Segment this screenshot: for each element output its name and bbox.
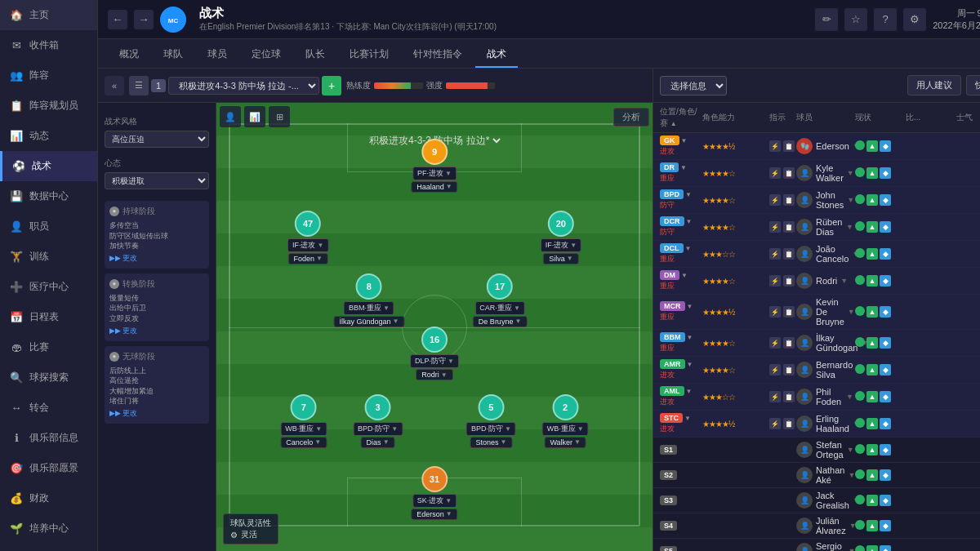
field-player-icon-btn[interactable]: 👤 xyxy=(220,106,241,127)
tab-manager[interactable]: 队长 xyxy=(294,42,336,68)
table-row[interactable]: AML ▼ 进攻 ★★★☆☆ ⚡ 📋 👤 Phil Foden ▼ ▲ ◆ - xyxy=(653,384,980,411)
table-row[interactable]: DCL ▼ 重应 ★★★☆☆ ⚡ 📋 👤 João Cancelo ▼ ▲ ◆ … xyxy=(653,241,980,268)
table-row[interactable]: DM ▼ 重应 ★★★★☆ ⚡ 📋 👤 Rodri ▼ ▲ ◆ - xyxy=(653,268,980,295)
player-circle-dias[interactable]: 3 xyxy=(365,394,391,420)
table-row[interactable]: BPD ▼ 防守 ★★★★☆ ⚡ 📋 👤 John Stones ▼ ▲ ◆ - xyxy=(653,187,980,214)
sidebar-item-squad[interactable]: 👥 阵容 xyxy=(0,60,97,91)
sidebar-item-medical[interactable]: ➕ 医疗中心 xyxy=(0,272,97,302)
player-circle-foden[interactable]: 47 xyxy=(295,211,321,237)
tab-instructions[interactable]: 针对性指令 xyxy=(402,42,474,68)
edit-button[interactable]: ✏ xyxy=(815,8,838,31)
player-dropdown[interactable]: ▼ xyxy=(847,196,854,204)
back-button[interactable]: ← xyxy=(108,10,127,29)
table-row[interactable]: S3 👤 Jack Grealish ▼ ▲ ◆ - xyxy=(653,488,980,513)
style-select[interactable]: 高位压迫 xyxy=(105,131,209,148)
sidebar-item-finance[interactable]: 💰 财政 xyxy=(0,483,97,513)
player-circle-stones[interactable]: 5 xyxy=(478,394,504,420)
forward-button[interactable]: → xyxy=(134,10,154,29)
player-role-stones[interactable]: BPD·防守 ▼ xyxy=(466,422,516,436)
sidebar-item-dynamics[interactable]: 📊 动态 xyxy=(0,121,97,151)
sidebar-item-match[interactable]: 🏟 比赛 xyxy=(0,332,97,362)
sidebar-item-training[interactable]: 🏋 训练 xyxy=(0,242,97,272)
tab-setpieces[interactable]: 定位球 xyxy=(240,42,292,68)
field-bar-icon-btn[interactable]: 📊 xyxy=(244,106,265,127)
header-instructions[interactable]: 指示 xyxy=(769,112,795,123)
sidebar-item-development[interactable]: 🌱 培养中心 xyxy=(0,513,97,544)
info-select[interactable]: 选择信息 xyxy=(660,76,727,96)
tactics-icon-tab-list[interactable]: ☰ xyxy=(129,76,149,96)
player-circle-debruyne[interactable]: 17 xyxy=(487,273,513,300)
player-name-rodri[interactable]: Rodri ▼ xyxy=(416,369,452,380)
table-row[interactable]: AMR ▼ 进攻 ★★★★☆ ⚡ 📋 👤 Bernardo Silva ▼ ▲ … xyxy=(653,357,980,384)
table-row[interactable]: GK ▼ 进攻 ★★★★½ ⚡ 📋 🧤 Ederson ▼ ▲ ◆ - xyxy=(653,133,980,160)
sidebar-item-schedule[interactable]: 📅 日程表 xyxy=(0,302,97,332)
settings-button[interactable]: ⚙ xyxy=(903,8,926,31)
field-analysis-button[interactable]: 分析 xyxy=(613,108,649,127)
header-morale[interactable]: 士气 xyxy=(956,112,980,123)
player-name-stones[interactable]: Stones ▼ xyxy=(470,437,512,448)
table-row[interactable]: DCR ▼ 防守 ★★★★☆ ⚡ 📋 👤 Rüben Dias ▼ ▲ ◆ - xyxy=(653,214,980,241)
tab-overview[interactable]: 概况 xyxy=(108,42,150,68)
sidebar-item-data-hub[interactable]: 💾 数据中心 xyxy=(0,181,97,211)
player-dropdown[interactable]: ▼ xyxy=(840,277,848,285)
player-dropdown[interactable]: ▼ xyxy=(847,446,854,454)
in-transition-change[interactable]: ▶▶ 更改 xyxy=(109,326,204,336)
player-role-walker[interactable]: WB·重应 ▼ xyxy=(542,422,589,436)
tab-players[interactable]: 球员 xyxy=(196,42,238,68)
player-name-foden[interactable]: Foden ▼ xyxy=(287,253,327,264)
player-dropdown[interactable]: ▼ xyxy=(847,169,854,177)
player-name-silva[interactable]: Silva ▼ xyxy=(543,253,578,264)
player-dropdown[interactable]: ▼ xyxy=(846,223,853,231)
tab-team[interactable]: 球队 xyxy=(152,42,194,68)
header-pos[interactable]: 位置/角色/赛 ▲ xyxy=(660,106,701,129)
sidebar-item-staff[interactable]: 👤 职员 xyxy=(0,211,97,242)
player-name-haaland[interactable]: Haaland ▼ xyxy=(411,181,457,193)
player-name-gundogan[interactable]: İlkay Gündogan ▼ xyxy=(333,316,404,327)
tab-tactics[interactable]: 战术 xyxy=(475,42,518,68)
player-dropdown[interactable]: ▼ xyxy=(848,308,855,316)
table-row[interactable]: S1 👤 Stefan Ortega ▼ ▲ ◆ - xyxy=(653,438,980,463)
player-circle-walker[interactable]: 2 xyxy=(552,394,578,420)
tactics-name-select[interactable]: 积极进攻4-3-3 防中场 拉边 -... xyxy=(168,77,319,95)
player-circle-gundogan[interactable]: 8 xyxy=(356,273,382,300)
sidebar-item-squad-planner[interactable]: 📋 阵容规划员 xyxy=(0,91,97,121)
player-circle-ederson[interactable]: 31 xyxy=(421,466,448,492)
table-row[interactable]: S4 👤 Julián Álvarez ▼ ▲ ◆ - xyxy=(653,513,980,539)
table-row[interactable]: BBM ▼ 重应 ★★★★☆ ⚡ 📋 👤 İlkay Gündogan ▼ ▲ … xyxy=(653,330,980,357)
sidebar-item-home[interactable]: 🏠 主页 xyxy=(0,0,97,30)
sidebar-item-inbox[interactable]: ✉ 收件箱 xyxy=(0,30,97,60)
header-ability[interactable]: 角色能力 xyxy=(702,112,768,123)
table-row[interactable]: S5 👤 Sergio Gómez ▼ ▲ ◆ - xyxy=(653,539,980,551)
header-compare[interactable]: 比... xyxy=(906,112,955,123)
field-grid-icon-btn[interactable]: ⊞ xyxy=(269,106,290,127)
out-of-possession-change[interactable]: ▶▶ 更改 xyxy=(109,408,204,419)
player-role-haaland[interactable]: PF·进攻 ▼ xyxy=(412,167,457,180)
player-circle-rodri[interactable]: 16 xyxy=(421,327,448,353)
player-role-gundogan[interactable]: BBM·重应 ▼ xyxy=(344,301,394,315)
player-role-ederson[interactable]: SK·进攻 ▼ xyxy=(412,494,457,508)
tactics-add-button[interactable]: + xyxy=(322,76,341,96)
player-circle-haaland[interactable]: 9 xyxy=(421,139,448,165)
sidebar-item-scout[interactable]: 🔍 球探搜索 xyxy=(0,362,97,393)
table-row[interactable]: STC ▼ 进攻 ★★★★½ ⚡ 📋 👤 Erling Haaland ▼ ▲ … xyxy=(653,411,980,438)
sidebar-item-tactics[interactable]: ⚽ 战术 xyxy=(0,151,97,181)
player-name-cancelo[interactable]: Cancelo ▼ xyxy=(280,437,327,448)
suggest-button[interactable]: 用人建议 xyxy=(907,75,961,96)
player-role-foden[interactable]: IF·进攻 ▼ xyxy=(287,238,328,252)
player-role-cancelo[interactable]: WB·重应 ▼ xyxy=(280,422,327,436)
player-role-dias[interactable]: BPD·防守 ▼ xyxy=(353,422,403,436)
quick-pick-button[interactable]: 快速挑选 xyxy=(966,75,980,96)
help-button[interactable]: ? xyxy=(874,8,897,31)
player-role-silva[interactable]: IF·进攻 ▼ xyxy=(541,238,581,252)
player-name-dias[interactable]: Dias ▼ xyxy=(361,437,395,448)
player-name-debruyne[interactable]: De Bruyne ▼ xyxy=(473,316,527,327)
header-status[interactable]: 现状 xyxy=(855,112,904,123)
player-circle-silva[interactable]: 20 xyxy=(548,211,574,237)
player-dropdown[interactable]: ▼ xyxy=(846,393,853,401)
tab-match-plan[interactable]: 比赛计划 xyxy=(338,42,400,68)
table-row[interactable]: MCR ▼ 重应 ★★★★½ ⚡ 📋 👤 Kevin De Bruyne ▼ ▲… xyxy=(653,295,980,330)
player-name-walker[interactable]: Walker ▼ xyxy=(544,437,586,448)
sidebar-item-club-vision[interactable]: 🎯 俱乐部愿景 xyxy=(0,453,97,483)
table-row[interactable]: DR ▼ 重应 ★★★★☆ ⚡ 📋 👤 Kyle Walker ▼ ▲ ◆ - xyxy=(653,160,980,187)
collapse-button[interactable]: « xyxy=(105,76,124,96)
